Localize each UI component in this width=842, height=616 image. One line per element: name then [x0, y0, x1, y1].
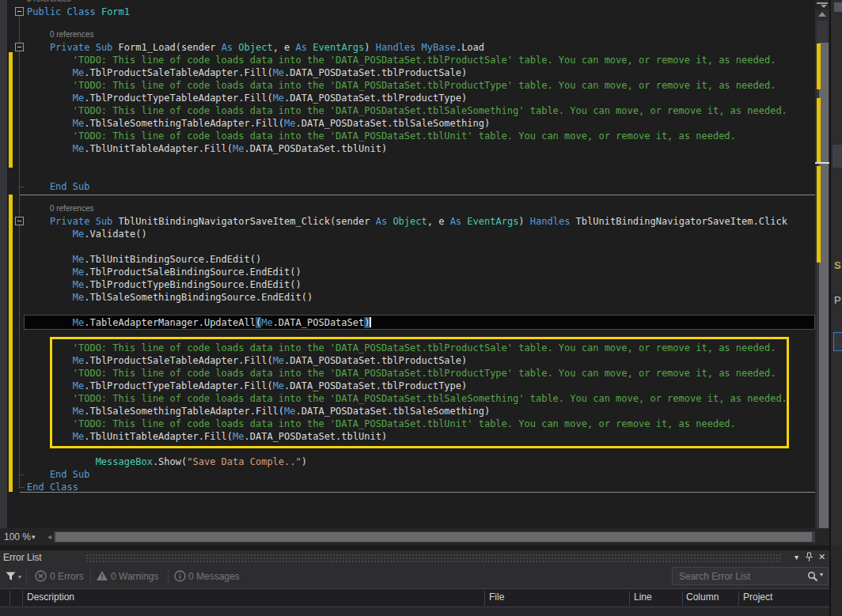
code-line[interactable]: 'TODO: This line of code loads data into… — [73, 392, 787, 405]
code-token: ) — [364, 317, 370, 328]
code-line[interactable]: Public Class Form1 — [27, 6, 130, 18]
code-token: ) — [518, 216, 529, 227]
splitter-grip-icon — [821, 5, 827, 8]
code-line[interactable]: MessageBox.Show("Save Data Comple..") — [96, 455, 307, 468]
code-line[interactable]: 'TODO: This line of code loads data into… — [73, 342, 776, 354]
code-line[interactable]: Me.Validate() — [73, 228, 147, 240]
code-token: Object — [393, 216, 427, 227]
code-line[interactable]: Me.TblProductSaleTableAdapter.Fill(Me.DA… — [73, 66, 468, 79]
column-separator[interactable] — [682, 591, 683, 606]
column-header-file[interactable]: File — [489, 591, 504, 603]
column-header-column[interactable]: Column — [686, 591, 719, 603]
column-header-line[interactable]: Line — [634, 591, 652, 603]
code-token: 3 references — [27, 0, 71, 3]
code-token: 'TODO: This line of code loads data into… — [73, 80, 776, 91]
adjacent-window-sliver: S P — [829, 0, 842, 616]
change-mark — [817, 166, 821, 263]
code-line[interactable]: 'TODO: This line of code loads data into… — [73, 79, 776, 92]
column-header-description[interactable]: Description — [27, 591, 74, 603]
code-token: .DATA_POSDataSet — [273, 317, 365, 328]
close-icon[interactable]: ✕ — [816, 551, 828, 563]
scrollbar-track[interactable] — [817, 21, 828, 528]
code-line[interactable]: Me.TblSaleSomethingTableAdapter.Fill(Me.… — [73, 117, 490, 130]
code-line[interactable]: End Class — [27, 481, 78, 493]
code-editor-pane[interactable]: 3 referencesPublic Class Form10 referenc… — [0, 0, 829, 528]
change-mark — [817, 98, 821, 162]
code-line[interactable]: 'TODO: This line of code loads data into… — [73, 104, 787, 117]
code-line[interactable]: Private Sub TblUnitBindingNavigatorSaveI… — [50, 215, 787, 228]
code-text-layer[interactable]: 3 referencesPublic Class Form10 referenc… — [0, 0, 829, 528]
code-line[interactable]: 'TODO: This line of code loads data into… — [73, 130, 736, 142]
code-line[interactable]: Me.TableAdapterManager.UpdateAll(Me.DATA… — [73, 316, 372, 329]
code-token: .TblProductSaleBindingSource.EndEdit() — [84, 266, 302, 278]
code-token: Object — [238, 42, 272, 53]
error-list-title-bar[interactable]: Error List ▾ ✕ — [0, 550, 829, 565]
chevron-down-icon[interactable]: ▾ — [18, 573, 21, 580]
code-token: .DATA_POSDataSet.tblUnit) — [245, 143, 388, 154]
code-line[interactable]: 'TODO: This line of code loads data into… — [73, 418, 736, 430]
code-token: Me — [73, 229, 84, 240]
code-token: 'TODO: This line of code loads data into… — [73, 368, 776, 379]
column-separator[interactable] — [738, 591, 739, 606]
scroll-up-arrow-icon[interactable] — [818, 12, 826, 17]
messages-count-button[interactable]: 0 Messages — [188, 565, 240, 588]
code-token: Me — [73, 143, 84, 154]
editor-splitter-grip[interactable] — [815, 0, 829, 9]
code-token: Me — [73, 406, 84, 417]
code-line[interactable]: 'TODO: This line of code loads data into… — [73, 367, 776, 380]
error-list-body — [0, 607, 829, 616]
search-icon[interactable] — [807, 571, 818, 585]
code-line[interactable]: Me.TblUnitTableAdapter.Fill(Me.DATA_POSD… — [73, 142, 387, 155]
code-line[interactable]: Me.TblUnitTableAdapter.Fill(Me.DATA_POSD… — [73, 430, 387, 443]
toolbar-separator — [26, 569, 27, 584]
window-menu-chevron-icon[interactable]: ▾ — [791, 551, 802, 563]
scroll-left-arrow-icon[interactable]: ◄ — [46, 531, 53, 542]
code-token: As — [376, 216, 393, 227]
filter-icon[interactable] — [6, 570, 16, 584]
code-token: Form1_Load(sender — [119, 42, 222, 53]
code-line[interactable]: End Sub — [50, 468, 90, 481]
code-token: Private Sub — [50, 216, 119, 227]
warnings-count-button[interactable]: 0 Warnings — [111, 565, 158, 588]
pin-icon[interactable] — [803, 552, 815, 564]
code-line[interactable]: Me.TblProductTypeTableAdapter.Fill(Me.DA… — [73, 380, 468, 392]
code-token: MyBase — [422, 42, 456, 53]
code-line[interactable]: Me.TblProductSaleTableAdapter.Fill(Me.DA… — [73, 354, 468, 367]
horizontal-scrollbar-thumb[interactable] — [55, 532, 812, 542]
code-line[interactable]: Me.TblProductTypeBindingSource.EndEdit() — [73, 278, 302, 291]
code-token: End Sub — [50, 181, 90, 192]
code-line[interactable]: Me.TblProductSaleBindingSource.EndEdit() — [73, 266, 302, 278]
panel-title: Error List — [3, 552, 42, 563]
code-token: 'TODO: This line of code loads data into… — [73, 393, 787, 404]
code-token: Me — [73, 254, 84, 265]
column-separator[interactable] — [629, 591, 630, 606]
code-token: Me — [73, 266, 84, 278]
code-line[interactable]: Me.TblUnitBindingSource.EndEdit() — [73, 253, 261, 266]
zoom-level-dropdown[interactable]: 100 % ▾ — [0, 528, 43, 546]
horizontal-scrollbar-track[interactable] — [54, 531, 815, 542]
code-token: 'TODO: This line of code loads data into… — [73, 55, 776, 66]
code-line[interactable]: End Sub — [50, 180, 90, 193]
chevron-down-icon[interactable]: ▾ — [820, 571, 823, 578]
vertical-scrollbar[interactable] — [815, 0, 829, 546]
code-line[interactable]: Me.TblProductTypeTableAdapter.Fill(Me.DA… — [73, 92, 468, 104]
code-line[interactable]: Me.TblSaleSomethingTableAdapter.Fill(Me.… — [73, 405, 490, 418]
code-line[interactable]: Me.TblSaleSomethingBindingSource.EndEdit… — [73, 291, 313, 304]
column-header-project[interactable]: Project — [743, 591, 772, 603]
errors-count-button[interactable]: 0 Errors — [50, 565, 84, 588]
code-line[interactable]: Private Sub Form1_Load(sender As Object,… — [50, 41, 484, 54]
column-separator[interactable] — [484, 591, 485, 606]
code-token: , e — [427, 216, 450, 227]
sliver-fragment — [833, 145, 842, 168]
code-line[interactable]: 'TODO: This line of code loads data into… — [73, 54, 776, 66]
editor-bottom-bar: 100 % ▾ ◄ — [0, 528, 829, 546]
code-token: .DATA_POSDataSet.tblProductSale) — [284, 67, 467, 78]
code-token: As — [222, 42, 239, 53]
code-token: .Load — [456, 42, 484, 53]
vs-window: 3 referencesPublic Class Form10 referenc… — [0, 0, 842, 616]
search-input[interactable] — [677, 569, 799, 584]
code-token: .TblSaleSomethingTableAdapter.Fill( — [84, 118, 284, 129]
code-token: .TblProductSaleTableAdapter.Fill( — [84, 67, 272, 78]
chevron-down-icon: ▾ — [32, 528, 36, 546]
search-box[interactable]: ▾ — [672, 567, 829, 585]
